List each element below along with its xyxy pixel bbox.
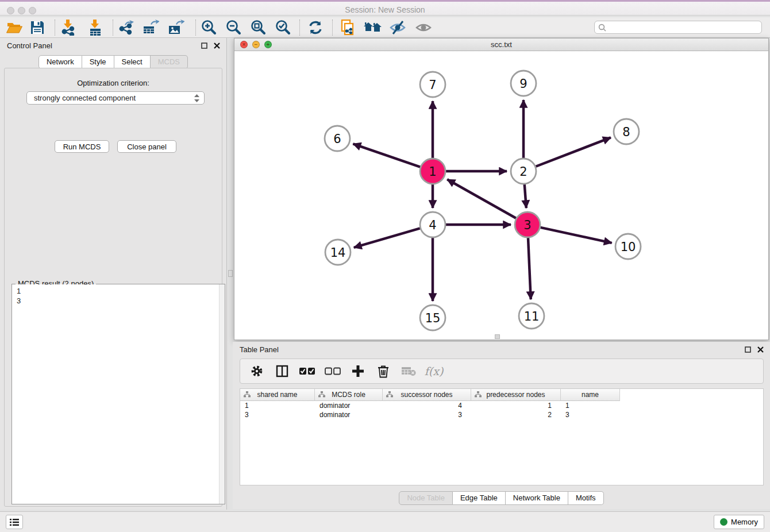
tab-mcds[interactable]: MCDS <box>151 55 188 69</box>
table-cell[interactable]: 3 <box>383 410 471 419</box>
mcds-result-box: MCDS result (2 nodes) 1 3 <box>11 284 225 504</box>
column-header-MCDS-role[interactable]: MCDS role <box>315 389 383 401</box>
show-task-history-icon[interactable] <box>6 515 23 529</box>
run-mcds-button[interactable]: Run MCDS <box>55 140 109 153</box>
graph-edge-2-8[interactable] <box>536 137 610 166</box>
table-cell[interactable]: 3 <box>561 410 620 419</box>
graph-node-label-4: 4 <box>429 218 436 232</box>
graph-edge-2-3[interactable] <box>525 184 526 208</box>
column-header-successor-nodes[interactable]: successor nodes <box>383 389 471 401</box>
tab-network-table[interactable]: Network Table <box>506 491 568 505</box>
table-cell[interactable]: 4 <box>383 401 471 410</box>
table-row[interactable]: 3dominator323 <box>240 410 763 419</box>
table-panel-header: Table Panel <box>233 342 770 357</box>
status-bar: Memory <box>0 511 770 532</box>
zoom-selected-icon[interactable] <box>273 18 292 37</box>
graph-node-label-10: 10 <box>621 240 636 254</box>
delete-table-icon <box>400 363 417 380</box>
graph-edge-4-14[interactable] <box>354 228 420 247</box>
column-header-name[interactable]: name <box>561 389 620 401</box>
zoom-fit-icon[interactable] <box>248 18 268 37</box>
export-image-icon[interactable] <box>166 18 186 37</box>
vertical-splitter-handle[interactable] <box>228 270 233 277</box>
optimization-criterion-label: Optimization criterion: <box>5 79 222 87</box>
table-cell[interactable]: dominator <box>315 410 383 419</box>
column-sort-icon <box>475 391 482 398</box>
table-panel: Table Panel <box>233 342 770 509</box>
table-cell[interactable]: 1 <box>240 401 315 410</box>
graph-node-label-14: 14 <box>330 246 346 260</box>
table-cell[interactable]: 3 <box>240 410 315 419</box>
zoom-out-icon[interactable] <box>224 18 243 37</box>
toolbar-separator <box>332 20 333 36</box>
network-canvas[interactable]: 7968124314101511 <box>234 51 768 340</box>
list-icon <box>10 518 19 526</box>
graph-edge-1-6[interactable] <box>353 144 420 167</box>
deselect-all-columns-icon[interactable] <box>324 363 341 380</box>
mcds-result-text[interactable]: 1 3 <box>12 284 219 504</box>
close-panel-icon[interactable] <box>213 41 221 49</box>
hide-details-icon[interactable] <box>388 18 407 37</box>
table-settings-icon[interactable] <box>248 363 265 380</box>
table-cell[interactable]: 1 <box>561 401 620 410</box>
tab-network[interactable]: Network <box>38 55 82 69</box>
table-cell[interactable]: 1 <box>471 401 561 410</box>
float-table-panel-icon[interactable] <box>744 345 752 353</box>
network-window-resize-handle[interactable] <box>495 334 500 339</box>
search-field[interactable] <box>594 21 762 34</box>
network-overview-icon[interactable] <box>363 18 383 37</box>
tab-motifs[interactable]: Motifs <box>568 491 604 505</box>
close-table-panel-icon[interactable] <box>756 345 764 353</box>
table-cell[interactable]: 2 <box>471 410 561 419</box>
network-window-titlebar[interactable]: × − + scc.txt <box>234 38 768 51</box>
graph-edge-3-11[interactable] <box>528 238 531 299</box>
column-header-shared-name[interactable]: shared name <box>240 389 315 401</box>
import-network-icon[interactable] <box>59 18 78 37</box>
graph-edge-3-10[interactable] <box>540 228 611 243</box>
toolbar-separator <box>299 20 300 36</box>
tab-node-table[interactable]: Node Table <box>399 491 453 505</box>
import-table-icon[interactable] <box>86 18 105 37</box>
save-session-icon[interactable] <box>28 18 47 37</box>
export-network-icon[interactable] <box>117 18 136 37</box>
duplicate-network-icon[interactable] <box>338 18 357 37</box>
memory-button[interactable]: Memory <box>714 515 764 529</box>
zoom-in-icon[interactable] <box>199 18 218 37</box>
graph-node-label-1: 1 <box>429 165 436 179</box>
column-header-predecessor-nodes[interactable]: predecessor nodes <box>471 389 561 401</box>
criterion-dropdown[interactable]: strongly connected component <box>26 91 205 105</box>
graph-node-label-15: 15 <box>425 311 441 325</box>
toolbar-separator <box>113 20 113 36</box>
memory-label: Memory <box>731 518 758 526</box>
control-panel-header: Control Panel <box>0 38 226 53</box>
window-title: Session: New Session <box>0 5 770 14</box>
tab-select[interactable]: Select <box>114 55 151 69</box>
table-cell[interactable]: dominator <box>315 401 383 410</box>
float-panel-icon[interactable] <box>200 41 208 49</box>
table-panel-tabs: Node TableEdge TableNetwork TableMotifs <box>233 491 770 505</box>
add-column-icon[interactable] <box>349 363 367 380</box>
node-table: shared nameMCDS rolesuccessor nodesprede… <box>240 388 764 485</box>
graph-node-label-9: 9 <box>519 77 527 91</box>
memory-status-dot <box>720 518 727 526</box>
search-icon <box>598 24 606 32</box>
mcds-result-scrollbar[interactable] <box>219 284 225 504</box>
table-row[interactable]: 1dominator411 <box>240 401 763 410</box>
search-input[interactable] <box>606 24 758 32</box>
open-session-icon[interactable] <box>5 18 24 37</box>
mcds-tab-content: Optimization criterion: strongly connect… <box>4 68 222 507</box>
toggle-column-view-icon[interactable] <box>274 363 291 380</box>
graph-edge-3-1[interactable] <box>447 179 516 218</box>
close-panel-button[interactable]: Close panel <box>117 140 176 153</box>
fx-label: f(x) <box>425 365 444 377</box>
delete-column-icon[interactable] <box>375 363 392 380</box>
tab-edge-table[interactable]: Edge Table <box>453 491 506 505</box>
function-builder-icon: f(x) <box>425 363 442 380</box>
control-panel-tabs: NetworkStyleSelectMCDS <box>0 55 226 69</box>
select-all-columns-icon[interactable] <box>299 363 316 380</box>
show-details-icon[interactable] <box>414 18 433 37</box>
tab-style[interactable]: Style <box>82 55 114 69</box>
graph-node-label-7: 7 <box>429 78 436 92</box>
export-table-icon[interactable] <box>141 18 160 37</box>
apply-layout-icon[interactable] <box>306 18 325 37</box>
